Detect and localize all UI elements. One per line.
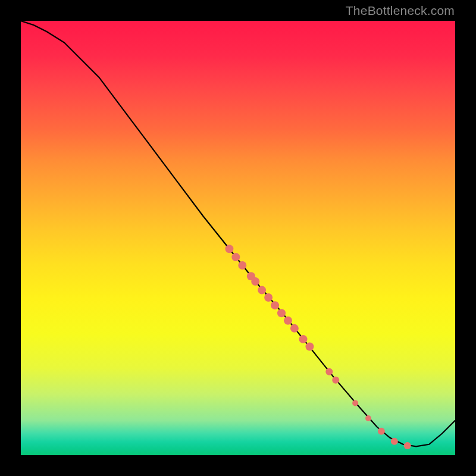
plot-area xyxy=(21,21,455,455)
watermark-text: TheBottleneck.com xyxy=(346,4,455,18)
chart-container: TheBottleneck.com xyxy=(0,0,476,476)
